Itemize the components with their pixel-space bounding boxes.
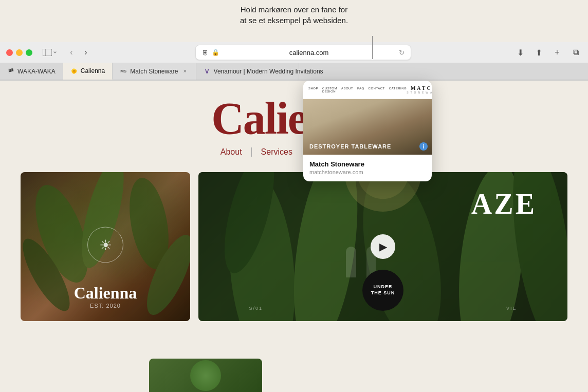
nav-about[interactable]: About	[211, 147, 252, 157]
browser-chrome: ‹ › ⛨ 🔒 calienna.com ↻ ⬇ ⬆ + ⧉ 🏴 WAKA-WA…	[0, 42, 588, 81]
shield-icon: ⛨	[202, 49, 209, 57]
reload-button[interactable]: ↻	[399, 49, 405, 57]
match-logo-text: MATCH	[407, 85, 432, 91]
match-nav-contact: CONTACT	[369, 87, 385, 93]
preview-site-name: Match Stoneware	[309, 160, 426, 168]
tab-label-match: Match Stoneware	[130, 68, 178, 75]
match-nav-faq: FAQ	[357, 87, 364, 93]
download-button[interactable]: ⬇	[514, 46, 526, 59]
forward-button[interactable]: ›	[80, 46, 92, 59]
tab-calienna[interactable]: 🌞 Calienna	[63, 63, 113, 80]
back-button[interactable]: ‹	[65, 46, 78, 59]
tab-favicon-venamour: V	[204, 68, 211, 75]
lock-icon: 🔒	[212, 49, 219, 56]
tab-preview-image: SHOP CUSTOM DESIGN ABOUT FAQ CONTACT CAT…	[303, 81, 432, 155]
hero-text: DESTROYER TABLEWARE	[309, 143, 391, 150]
bottom-strip	[149, 359, 262, 392]
tab-preview-popup: SHOP CUSTOM DESIGN ABOUT FAQ CONTACT CAT…	[303, 81, 432, 181]
under-the-sun-container: UNDER THE SUN	[362, 270, 403, 311]
address-bar-container: ⛨ 🔒 calienna.com ↻	[96, 45, 510, 60]
tab-favicon-calienna: 🌞	[70, 67, 78, 74]
tab-close-match[interactable]: ×	[181, 68, 189, 75]
tab-match-stoneware[interactable]: MS Match Stoneware ×	[113, 63, 196, 80]
calienna-website: Calienna About Services Under The Sun	[0, 81, 588, 392]
tabs-overview-button[interactable]: ⧉	[569, 46, 582, 59]
tab-label-calienna: Calienna	[81, 67, 105, 74]
nav-arrows: ‹ ›	[65, 46, 92, 59]
match-logo-sub: STONEWARE	[407, 91, 432, 94]
card-left-text: Calienna EST: 2020	[74, 284, 137, 309]
tab-venamour[interactable]: V Venamour | Modern Wedding Invitations	[196, 63, 299, 80]
tab-favicon-match: MS	[120, 68, 127, 75]
tabs-bar: 🏴 WAKA-WAKA 🌞 Calienna MS Match Stonewar…	[0, 63, 588, 80]
site-nav: About Services Under The Sun	[0, 147, 588, 157]
match-nav-about: ABOUT	[341, 87, 353, 93]
green-element	[190, 360, 221, 391]
site-header: Calienna About Services Under The Sun	[0, 81, 588, 157]
match-header: SHOP CUSTOM DESIGN ABOUT FAQ CONTACT CAT…	[303, 81, 432, 99]
close-button[interactable]	[6, 49, 13, 56]
card-right: AZE ▶ UNDER THE SUN S/01 VIE	[198, 172, 567, 321]
main-content: Calienna About Services Under The Sun	[0, 81, 588, 392]
card-left: ☀ Calienna EST: 2020	[21, 172, 190, 321]
traffic-lights	[6, 49, 32, 56]
match-stoneware-preview: SHOP CUSTOM DESIGN ABOUT FAQ CONTACT CAT…	[303, 81, 432, 155]
tab-label-venamour: Venamour | Modern Wedding Invitations	[214, 68, 323, 75]
nav-services[interactable]: Services	[252, 147, 302, 157]
match-nav-shop: SHOP	[308, 87, 318, 93]
match-hero-image: DESTROYER TABLEWARE i	[303, 99, 432, 155]
tab-favicon-waka: 🏴	[7, 68, 14, 75]
card-est: EST: 2020	[74, 303, 137, 309]
new-tab-button[interactable]: +	[551, 46, 563, 59]
card-name: Calienna	[74, 284, 137, 303]
info-badge: i	[419, 142, 428, 151]
title-bar: ‹ › ⛨ 🔒 calienna.com ↻ ⬇ ⬆ + ⧉	[0, 42, 588, 63]
under-the-sun-badge: UNDER THE SUN	[362, 270, 403, 311]
tooltip-arrow-line	[372, 36, 373, 59]
image-grid: ☀ Calienna EST: 2020	[0, 162, 588, 331]
tab-preview-info: Match Stoneware matchstoneware.com	[303, 155, 432, 181]
svg-rect-0	[43, 49, 52, 56]
fullscreen-button[interactable]	[26, 49, 32, 56]
address-bar[interactable]: ⛨ 🔒 calienna.com ↻	[195, 45, 411, 60]
url-text: calienna.com	[223, 49, 396, 57]
toolbar-right: ⬇ ⬆ + ⧉	[514, 46, 582, 59]
minimize-button[interactable]	[16, 49, 23, 56]
match-nav: SHOP CUSTOM DESIGN ABOUT FAQ CONTACT CAT…	[308, 87, 407, 93]
preview-url: matchstoneware.com	[309, 169, 426, 175]
aze-title: AZE	[471, 188, 537, 220]
match-nav-custom: CUSTOM DESIGN	[322, 87, 337, 93]
label-vie: VIE	[506, 306, 517, 311]
share-button[interactable]: ⬆	[532, 46, 545, 59]
match-nav-catering: CATERING	[389, 87, 407, 93]
match-logo-container: MATCH STONEWARE	[407, 85, 432, 94]
sidebar-toggle-button[interactable]	[41, 47, 59, 58]
play-button[interactable]: ▶	[371, 234, 395, 259]
tab-waka-waka[interactable]: 🏴 WAKA-WAKA	[0, 63, 63, 80]
label-s01: S/01	[249, 306, 263, 311]
calienna-logo: Calienna	[0, 96, 588, 141]
tab-label-waka: WAKA-WAKA	[17, 68, 56, 75]
sun-emblem: ☀	[87, 227, 123, 263]
tooltip-text: Hold markøren over en fane for at se et …	[240, 4, 348, 26]
